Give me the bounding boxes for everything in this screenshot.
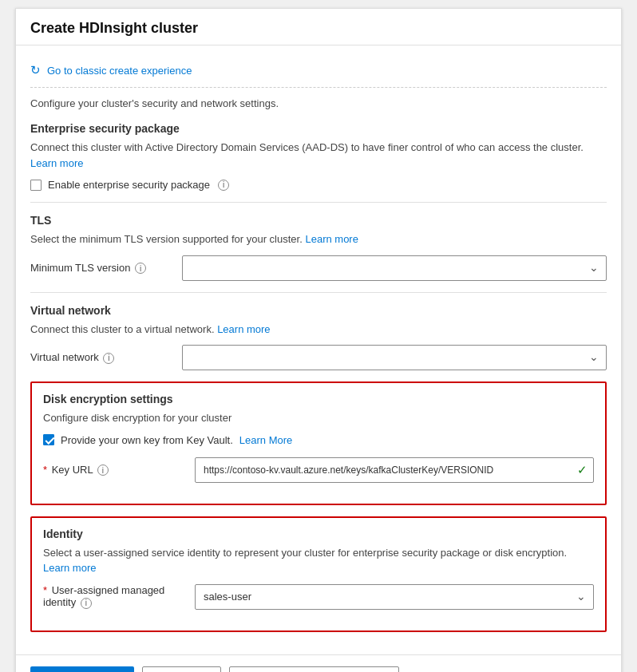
disk-encryption-section: Disk encryption settings Configure disk … — [30, 381, 607, 505]
key-url-check-icon: ✓ — [577, 463, 588, 477]
enterprise-security-learn-more[interactable]: Learn more — [30, 157, 83, 169]
key-url-label: * Key URL i — [43, 464, 187, 476]
review-create-button[interactable]: Review + create — [30, 666, 134, 673]
identity-select[interactable]: sales-user other-identity — [195, 584, 594, 610]
panel-header: Create HDInsight cluster — [16, 9, 621, 45]
tls-title: TLS — [30, 214, 607, 227]
key-url-required-star: * — [43, 464, 47, 476]
identity-select-wrapper: sales-user other-identity — [195, 584, 594, 610]
identity-learn-more[interactable]: Learn more — [43, 562, 96, 574]
enterprise-security-checkbox-row: Enable enterprise security package i — [30, 179, 607, 191]
main-panel: Create HDInsight cluster ↻ Go to classic… — [15, 8, 622, 672]
identity-section: Identity Select a user-assigned service … — [30, 516, 607, 632]
enterprise-security-info-icon[interactable]: i — [218, 180, 229, 191]
tls-version-select[interactable]: 1.0 1.1 1.2 — [182, 255, 607, 281]
key-url-info-icon[interactable]: i — [97, 464, 109, 476]
enterprise-security-desc: Connect this cluster with Active Directo… — [30, 140, 607, 171]
identity-info-icon[interactable]: i — [81, 598, 92, 609]
virtual-network-select[interactable] — [182, 345, 607, 370]
divider-1 — [30, 202, 607, 203]
disk-encryption-checkbox-row: Provide your own key from Key Vault. Lea… — [43, 434, 594, 446]
disk-encryption-learn-more[interactable]: Learn More — [239, 434, 292, 446]
tls-learn-more[interactable]: Learn more — [305, 233, 358, 245]
sync-icon: ↻ — [30, 63, 41, 77]
identity-form-row: * User-assigned managed identity i sales… — [43, 584, 594, 610]
identity-field-label: * User-assigned managed identity i — [43, 584, 187, 609]
panel-body: ↻ Go to classic create experience Config… — [16, 45, 621, 654]
classic-link-row: ↻ Go to classic create experience — [30, 57, 607, 88]
enterprise-security-title: Enterprise security package — [30, 122, 607, 135]
tls-select-wrapper: 1.0 1.1 1.2 — [182, 255, 607, 281]
footer: Review + create « Previous Next: Configu… — [16, 654, 621, 673]
virtual-network-form-row: Virtual network i — [30, 345, 607, 370]
virtual-network-select-wrapper — [182, 345, 607, 370]
virtual-network-section: Virtual network Connect this cluster to … — [30, 304, 607, 371]
previous-button[interactable]: « Previous — [142, 666, 221, 673]
virtual-network-desc: Connect this cluster to a virtual networ… — [30, 322, 607, 338]
subtitle-text: Configure your cluster's security and ne… — [30, 97, 607, 109]
tls-info-icon[interactable]: i — [135, 263, 146, 274]
identity-required-star: * — [43, 584, 47, 596]
disk-encryption-checkbox-label: Provide your own key from Key Vault. — [61, 434, 233, 446]
identity-title: Identity — [43, 528, 594, 540]
disk-encryption-checkbox[interactable] — [43, 434, 54, 445]
enterprise-security-checkbox-label: Enable enterprise security package — [48, 179, 210, 191]
virtual-network-info-icon[interactable]: i — [103, 353, 114, 364]
virtual-network-title: Virtual network — [30, 304, 607, 317]
tls-desc: Select the minimum TLS version supported… — [30, 231, 607, 247]
divider-2 — [30, 292, 607, 293]
page-title: Create HDInsight cluster — [30, 20, 607, 37]
tls-form-row: Minimum TLS version i 1.0 1.1 1.2 — [30, 255, 607, 281]
next-button[interactable]: Next: Configuration + pricing » — [229, 666, 399, 673]
disk-encryption-desc: Configure disk encryption for your clust… — [43, 410, 594, 426]
enterprise-security-section: Enterprise security package Connect this… — [30, 122, 607, 191]
identity-desc: Select a user-assigned service identity … — [43, 545, 594, 576]
tls-section: TLS Select the minimum TLS version suppo… — [30, 214, 607, 281]
key-url-input-wrapper: ✓ — [195, 457, 594, 483]
virtual-network-field-label: Virtual network i — [30, 351, 174, 364]
tls-field-label: Minimum TLS version i — [30, 262, 174, 275]
key-url-input[interactable] — [195, 457, 594, 483]
virtual-network-learn-more[interactable]: Learn more — [217, 323, 270, 335]
key-url-form-row: * Key URL i ✓ — [43, 457, 594, 483]
enterprise-security-checkbox[interactable] — [30, 180, 42, 191]
classic-create-link[interactable]: Go to classic create experience — [47, 65, 192, 77]
disk-encryption-title: Disk encryption settings — [43, 393, 594, 405]
